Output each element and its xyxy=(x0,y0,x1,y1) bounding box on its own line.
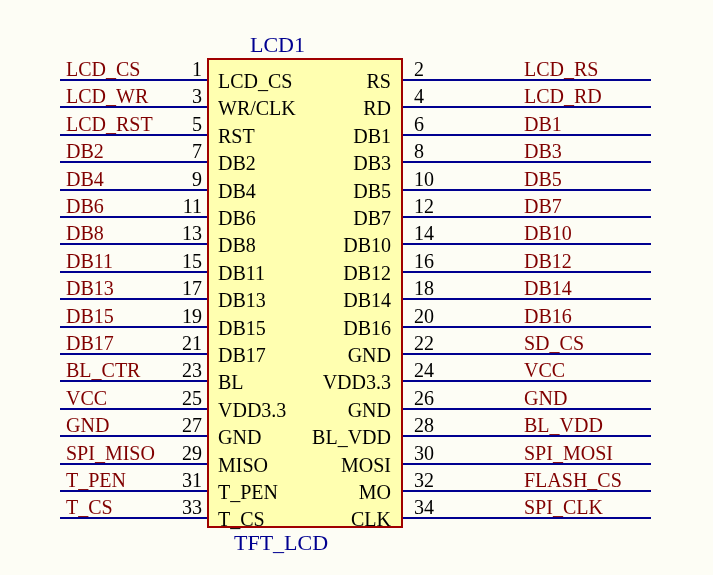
net-label: T_CS xyxy=(66,496,186,519)
pin-name: DB2 xyxy=(218,152,256,175)
pin-number: 8 xyxy=(414,140,444,163)
component-type-label: TFT_LCD xyxy=(234,530,328,556)
pin-number: 30 xyxy=(414,442,444,465)
pin-number: 26 xyxy=(414,387,444,410)
pin-name: DB14 xyxy=(343,289,391,312)
net-label: DB1 xyxy=(524,113,684,136)
pin-name: GND xyxy=(218,426,261,449)
pin-number: 15 xyxy=(172,250,202,273)
net-label: BL_CTR xyxy=(66,359,186,382)
pin-name: DB11 xyxy=(218,262,265,285)
pin-number: 10 xyxy=(414,168,444,191)
net-label: DB8 xyxy=(66,222,186,245)
pin-number: 6 xyxy=(414,113,444,136)
net-label: DB4 xyxy=(66,168,186,191)
pin-number: 19 xyxy=(172,305,202,328)
pin-name: DB16 xyxy=(343,317,391,340)
net-label: SPI_CLK xyxy=(524,496,684,519)
pin-name: WR/CLK xyxy=(218,97,296,120)
net-label: LCD_RS xyxy=(524,58,684,81)
pin-name: DB7 xyxy=(353,207,391,230)
net-label: FLASH_CS xyxy=(524,469,684,492)
net-label: GND xyxy=(66,414,186,437)
pin-name: MO xyxy=(359,481,391,504)
pin-name: T_PEN xyxy=(218,481,278,504)
net-label: VCC xyxy=(524,359,684,382)
pin-number: 9 xyxy=(172,168,202,191)
pin-number: 1 xyxy=(172,58,202,81)
pin-name: DB6 xyxy=(218,207,256,230)
pin-name: DB5 xyxy=(353,180,391,203)
net-label: DB6 xyxy=(66,195,186,218)
net-label: T_PEN xyxy=(66,469,186,492)
net-label: DB5 xyxy=(524,168,684,191)
net-label: LCD_CS xyxy=(66,58,186,81)
pin-number: 5 xyxy=(172,113,202,136)
pin-name: BL xyxy=(218,371,244,394)
pin-number: 32 xyxy=(414,469,444,492)
net-label: DB13 xyxy=(66,277,186,300)
pin-name: RD xyxy=(363,97,391,120)
pin-name: T_CS xyxy=(218,508,265,531)
pin-name: DB10 xyxy=(343,234,391,257)
net-label: DB11 xyxy=(66,250,186,273)
pin-number: 16 xyxy=(414,250,444,273)
designator-label: LCD1 xyxy=(250,32,305,58)
pin-name: GND xyxy=(348,399,391,422)
pin-name: MOSI xyxy=(341,454,391,477)
pin-number: 2 xyxy=(414,58,444,81)
net-label: DB10 xyxy=(524,222,684,245)
pin-number: 3 xyxy=(172,85,202,108)
pin-number: 17 xyxy=(172,277,202,300)
pin-number: 13 xyxy=(172,222,202,245)
net-label: BL_VDD xyxy=(524,414,684,437)
net-label: DB14 xyxy=(524,277,684,300)
pin-name: DB17 xyxy=(218,344,266,367)
net-label: LCD_RST xyxy=(66,113,186,136)
pin-name: DB12 xyxy=(343,262,391,285)
net-label: DB2 xyxy=(66,140,186,163)
pin-number: 27 xyxy=(172,414,202,437)
pin-name: BL_VDD xyxy=(312,426,391,449)
pin-name: DB8 xyxy=(218,234,256,257)
net-label: DB12 xyxy=(524,250,684,273)
pin-number: 33 xyxy=(172,496,202,519)
pin-name: DB4 xyxy=(218,180,256,203)
pin-number: 14 xyxy=(414,222,444,245)
pin-number: 21 xyxy=(172,332,202,355)
net-label: GND xyxy=(524,387,684,410)
pin-name: DB15 xyxy=(218,317,266,340)
pin-name: LCD_CS xyxy=(218,70,292,93)
pin-number: 28 xyxy=(414,414,444,437)
net-label: SD_CS xyxy=(524,332,684,355)
pin-number: 29 xyxy=(172,442,202,465)
pin-name: GND xyxy=(348,344,391,367)
pin-number: 20 xyxy=(414,305,444,328)
pin-name: DB13 xyxy=(218,289,266,312)
net-label: DB15 xyxy=(66,305,186,328)
net-label: DB3 xyxy=(524,140,684,163)
net-label: DB7 xyxy=(524,195,684,218)
pin-name: VDD3.3 xyxy=(323,371,391,394)
pin-number: 7 xyxy=(172,140,202,163)
pin-number: 12 xyxy=(414,195,444,218)
net-label: SPI_MOSI xyxy=(524,442,684,465)
net-label: LCD_WR xyxy=(66,85,186,108)
pin-name: MISO xyxy=(218,454,268,477)
pin-number: 4 xyxy=(414,85,444,108)
pin-name: RS xyxy=(367,70,391,93)
pin-name: VDD3.3 xyxy=(218,399,286,422)
pin-number: 24 xyxy=(414,359,444,382)
net-label: VCC xyxy=(66,387,186,410)
pin-number: 34 xyxy=(414,496,444,519)
pin-number: 31 xyxy=(172,469,202,492)
pin-number: 11 xyxy=(172,195,202,218)
pin-number: 22 xyxy=(414,332,444,355)
pin-number: 18 xyxy=(414,277,444,300)
pin-name: CLK xyxy=(351,508,391,531)
net-label: SPI_MISO xyxy=(66,442,186,465)
pin-name: DB1 xyxy=(353,125,391,148)
pin-number: 23 xyxy=(172,359,202,382)
pin-name: RST xyxy=(218,125,255,148)
net-label: DB17 xyxy=(66,332,186,355)
